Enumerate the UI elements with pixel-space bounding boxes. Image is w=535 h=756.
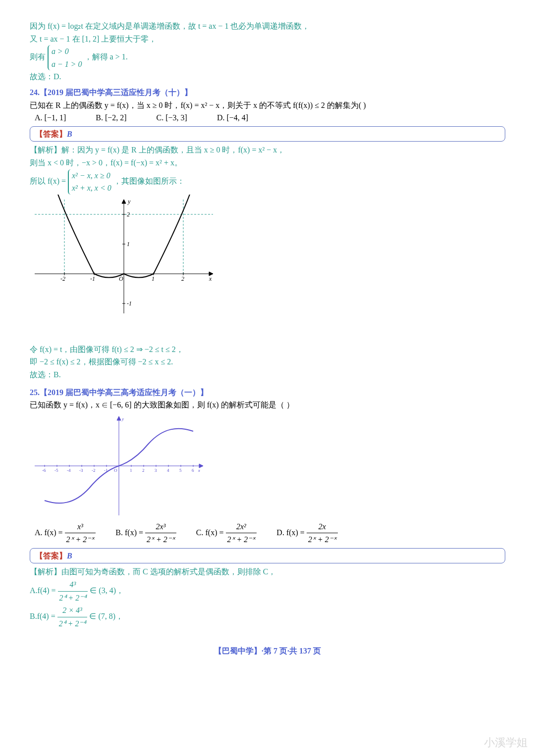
svg-marker-3 bbox=[122, 200, 126, 203]
svg-text:x: x bbox=[209, 275, 212, 282]
q25-options: A. f(x) = x³2ˣ + 2⁻ˣ B. f(x) = 2x³2ˣ + 2… bbox=[30, 520, 505, 546]
svg-text:1: 1 bbox=[152, 275, 155, 282]
q24-graph: -2-1 12 12 -1 xy O bbox=[30, 195, 218, 343]
q25-answer-box: 【答案】B bbox=[30, 548, 505, 564]
svg-text:3: 3 bbox=[155, 468, 157, 473]
svg-text:O: O bbox=[119, 275, 123, 282]
svg-text:-4: -4 bbox=[67, 468, 71, 473]
prev-l4: 故选：D. bbox=[30, 70, 505, 83]
q24-answer-box: 【答案】B bbox=[30, 126, 505, 142]
cases-bracket: x² − x, x ≥ 0 x² + x, x < 0 bbox=[68, 169, 111, 195]
prev-l2: 又 t = ax − 1 在 [1, 2] 上要恒大于零， bbox=[30, 33, 505, 46]
q25-graph: -6-5-4-3-2-1 123456 O xy bbox=[30, 411, 208, 520]
q24-solution-cont: 令 f(x) = t，由图像可得 f(t) ≤ 2 ⇒ −2 ≤ t ≤ 2， … bbox=[30, 343, 505, 381]
svg-text:y: y bbox=[121, 416, 124, 421]
svg-text:6: 6 bbox=[192, 468, 194, 473]
svg-text:O: O bbox=[114, 468, 117, 473]
svg-text:2: 2 bbox=[127, 211, 130, 218]
svg-text:1: 1 bbox=[130, 468, 132, 473]
q24-source: 24.【2019 届巴蜀中学高三适应性月考（十）】 bbox=[30, 86, 505, 99]
prev-solution-block: 因为 f(x) = log₂t 在定义域内是单调递增函数，故 t = ax − … bbox=[30, 20, 505, 83]
svg-text:2: 2 bbox=[181, 275, 184, 282]
svg-text:-2: -2 bbox=[92, 468, 96, 473]
svg-text:-1: -1 bbox=[90, 275, 95, 282]
svg-text:4: 4 bbox=[167, 468, 169, 473]
svg-text:5: 5 bbox=[179, 468, 182, 473]
svg-text:-1: -1 bbox=[127, 300, 132, 307]
opt-d: D. [−4, 4] bbox=[217, 111, 248, 124]
opt-c: C. [−3, 3] bbox=[157, 111, 187, 124]
svg-marker-27 bbox=[117, 416, 121, 420]
q25-source: 25.【2019 届巴蜀中学高三高考适应性月考（一）】 bbox=[30, 386, 505, 399]
opt-c: C. f(x) = 2x²2ˣ + 2⁻ˣ bbox=[196, 520, 257, 546]
q24-solution: 【解析】解：因为 y = f(x) 是 R 上的偶函数，且当 x ≥ 0 时，f… bbox=[30, 144, 505, 194]
svg-text:y: y bbox=[127, 198, 131, 205]
svg-marker-26 bbox=[199, 464, 203, 468]
svg-text:2: 2 bbox=[142, 468, 145, 473]
cases-bracket: a > 0 a − 1 > 0 bbox=[48, 45, 82, 70]
q24-stem: 已知在 R 上的偶函数 y = f(x)，当 x ≥ 0 时，f(x) = x²… bbox=[30, 99, 505, 112]
prev-l3: 则有 a > 0 a − 1 > 0 ，解得 a > 1. bbox=[30, 45, 505, 70]
opt-a: A. f(x) = x³2ˣ + 2⁻ˣ bbox=[35, 520, 96, 546]
q24-options: A. [−1, 1] B. [−2, 2] C. [−3, 3] D. [−4,… bbox=[30, 111, 505, 124]
opt-b: B. f(x) = 2x³2ˣ + 2⁻ˣ bbox=[115, 520, 176, 546]
opt-d: D. f(x) = 2x2ˣ + 2⁻ˣ bbox=[276, 520, 337, 546]
svg-text:-6: -6 bbox=[42, 468, 46, 473]
q25-solution: 【解析】由图可知为奇函数，而 C 选项的解析式是偶函数，则排除 C， A.f(4… bbox=[30, 565, 505, 630]
prev-l1: 因为 f(x) = log₂t 在定义域内是单调递增函数，故 t = ax − … bbox=[30, 20, 505, 33]
svg-text:-2: -2 bbox=[60, 275, 65, 282]
q25-stem: 已知函数 y = f(x)，x ∈ [−6, 6] 的大致图象如图，则 f(x)… bbox=[30, 399, 505, 411]
svg-text:-3: -3 bbox=[79, 468, 83, 473]
opt-a: A. [−1, 1] bbox=[35, 111, 66, 124]
page-footer: 【巴蜀中学】·第 7 页·共 137 页 bbox=[30, 645, 505, 657]
opt-b: B. [−2, 2] bbox=[96, 111, 126, 124]
svg-text:x: x bbox=[198, 468, 200, 473]
svg-text:-5: -5 bbox=[54, 468, 58, 473]
svg-text:1: 1 bbox=[127, 241, 130, 248]
